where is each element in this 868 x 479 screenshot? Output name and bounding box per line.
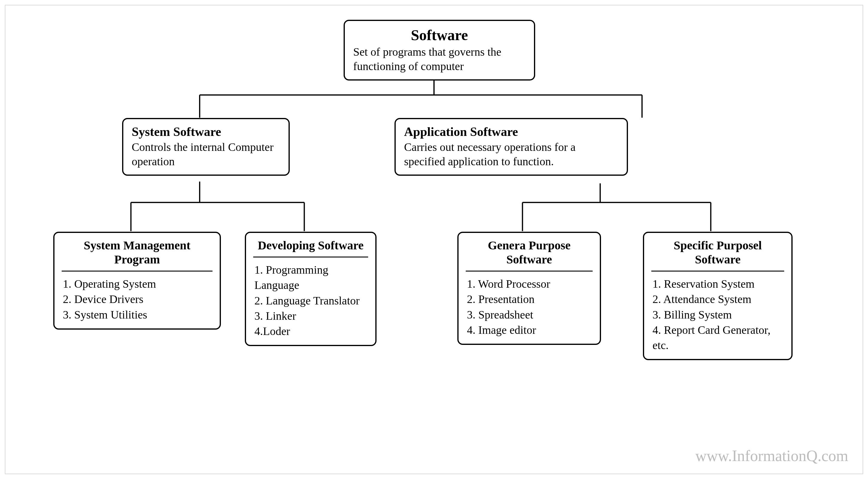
node-items: 1. Word Processor2. Presentation3. Sprea… (467, 276, 591, 338)
separator (253, 257, 368, 258)
watermark: www.InformationQ.com (695, 447, 848, 465)
node-items: 1. Programming Language2. Language Trans… (254, 262, 367, 339)
separator (62, 271, 213, 272)
node-system-software: System Software Controls the internal Co… (122, 118, 290, 176)
node-title: Application Software (404, 124, 618, 139)
node-specific-purpose-software: Specific Purposel Software 1. Reservatio… (643, 232, 793, 360)
separator (651, 271, 784, 272)
node-title: Specific Purposel Software (652, 238, 783, 266)
node-title: Genera Purpose Software (467, 238, 591, 266)
node-items: 1. Reservation System2. Attendance Syste… (652, 276, 783, 353)
node-desc: Carries out necessary operations for a s… (404, 140, 618, 169)
node-title: System Management Program (63, 238, 211, 266)
node-title: Developing Software (254, 238, 367, 252)
diagram-frame: Software Set of programs that governs th… (5, 5, 863, 474)
node-system-management-program: System Management Program 1. Operating S… (53, 232, 221, 330)
node-software: Software Set of programs that governs th… (344, 20, 535, 81)
node-items: 1. Operating System2. Device Drivers3. S… (63, 276, 211, 323)
separator (466, 271, 593, 272)
node-title: System Software (132, 124, 280, 139)
node-desc: Set of programs that governs the functio… (353, 45, 526, 73)
node-title: Software (353, 26, 526, 44)
node-general-purpose-software: Genera Purpose Software 1. Word Processo… (457, 232, 601, 345)
node-application-software: Application Software Carries out necessa… (395, 118, 628, 176)
node-developing-software: Developing Software 1. Programming Langu… (245, 232, 376, 346)
node-desc: Controls the internal Computer operation (132, 140, 280, 169)
